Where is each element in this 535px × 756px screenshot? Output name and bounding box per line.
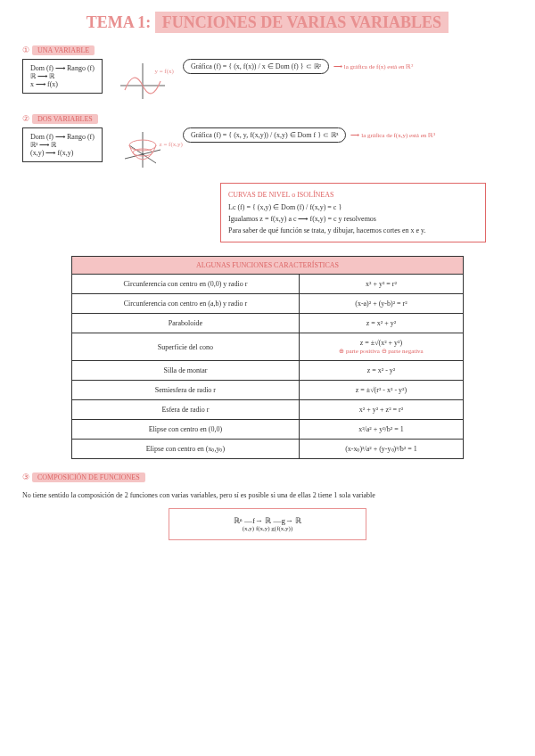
fn-name: Silla de montar [72,361,300,381]
table-row: Silla de montarz = x² - y² [72,361,464,381]
page-title: TEMA 1: FUNCIONES DE VARIAS VARIABLES [22,13,513,32]
fn-eq: z = x² - y² [299,361,463,381]
title-main: FUNCIONES DE VARIAS VARIABLES [155,12,449,33]
sec2-note: ⟶ la gráfica de f(x,y) está en ℝ³ [350,132,435,139]
section-2-num: ② [22,114,29,123]
table-row: Semiesfera de radio rz = ±√(r² - x² - y²… [72,381,464,400]
fn-eq: x²/a² + y²/b² = 1 [299,420,463,440]
fn-name: Esfera de radio r [72,400,300,420]
map-line: ℝ² ⟶ ℝ [30,141,95,149]
graph-label: y = f(x) [154,68,173,75]
fn-name: Circunferencia con centro en (0,0) y rad… [72,275,300,294]
fn-eq: z = ±√(x² + y²)⊕ parte positiva ⊖ parte … [299,333,463,361]
table-row: Elipse con centro en (0,0)x²/a² + y²/b² … [72,420,464,440]
fn-name: Semiesfera de radio r [72,381,300,400]
fn-eq: x² + y² = r² [299,275,463,294]
fn-name: Superficie del cono [72,333,300,361]
fn-name: Circunferencia con centro en (a,b) y rad… [72,294,300,314]
table-row: Circunferencia con centro en (a,b) y rad… [72,294,464,314]
section-3-label: COMPOSICIÓN DE FUNCIONES [32,472,145,482]
sec1-graph: y = f(x) [116,59,169,103]
curvas-header: CURVAS DE NIVEL o ISOLÍNEAS [228,191,478,199]
table-row: Paraboloidez = x² + y² [72,314,464,333]
sec2-formula: Gráfica (f) = { (x, y, f(x,y)) / (x,y) ∈… [183,127,347,143]
table-header: ALGUNAS FUNCIONES CARACTERÍSTICAS [72,257,464,275]
sec2-mapping-box: Dom (f) ⟶ Rango (f) ℝ² ⟶ ℝ (x,y) ⟶ f(x,y… [22,127,103,162]
curvas-line: Para saber de qué función se trata, y di… [228,226,478,234]
table-row: Circunferencia con centro en (0,0) y rad… [72,275,464,294]
fn-name: Elipse con centro en (x₀,y₀) [72,440,300,459]
map-line: Dom (f) ⟶ Rango (f) [30,64,95,72]
curvas-nivel-box: CURVAS DE NIVEL o ISOLÍNEAS Lc (f) = { (… [220,183,486,242]
functions-table: ALGUNAS FUNCIONES CARACTERÍSTICAS Circun… [71,256,464,459]
table-row: Elipse con centro en (x₀,y₀)(x-x₀)²/a² +… [72,440,464,459]
fn-eq: (x-x₀)²/a² + (y-y₀)²/b² = 1 [299,440,463,459]
fn-eq: x² + y² + z² = r² [299,400,463,420]
sec1-mapping-box: Dom (f) ⟶ Rango (f) ℝ ⟶ ℝ x ⟶ f(x) [22,59,103,94]
table-row: Esfera de radio rx² + y² + z² = r² [72,400,464,420]
comp-line1: ℝⁿ —f→ ℝ —g→ ℝ [187,516,348,525]
map-line: Dom (f) ⟶ Rango (f) [30,133,95,141]
map-line: (x,y) ⟶ f(x,y) [30,149,95,157]
map-line: ℝ ⟶ ℝ [30,72,95,80]
section-1-label: UNA VARIABLE [32,45,95,55]
fn-name: Paraboloide [72,314,300,333]
curvas-line: Igualamos z = f(x,y) a c ⟶ f(x,y) = c y … [228,215,478,223]
comp-line2: (x,y) f(x,y) g(f(x,y)) [187,525,348,532]
section-3-num: ③ [22,472,29,481]
graph-label: z = f(x,y) [160,141,183,148]
fn-eq: (x-a)² + (y-b)² = r² [299,294,463,314]
section-1-num: ① [22,45,29,54]
curvas-line: Lc (f) = { (x,y) ∈ Dom (f) / f(x,y) = c … [228,203,478,211]
sec2-graph: z = f(x,y) [116,127,169,172]
fn-name: Elipse con centro en (0,0) [72,420,300,440]
sec3-text: No tiene sentido la composición de 2 fun… [22,491,513,499]
fn-eq: z = ±√(r² - x² - y²) [299,381,463,400]
map-line: x ⟶ f(x) [30,80,95,88]
fn-eq: z = x² + y² [299,314,463,333]
section-2-label: DOS VARIABLES [32,114,98,124]
title-prefix: TEMA 1: [86,13,152,31]
composition-box: ℝⁿ —f→ ℝ —g→ ℝ (x,y) f(x,y) g(f(x,y)) [169,508,366,540]
table-row: Superficie del conoz = ±√(x² + y²)⊕ part… [72,333,464,361]
sec1-formula: Gráfica (f) = { (x, f(x)) / x ∈ Dom (f) … [183,59,329,74]
sec1-note: ⟶ la gráfica de f(x) está en ℝ² [333,63,413,70]
